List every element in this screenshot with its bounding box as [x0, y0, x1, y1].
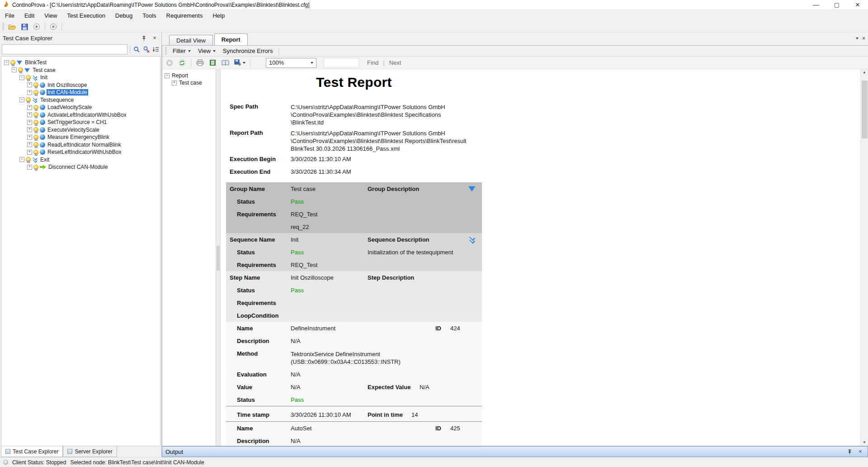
page-setup-button[interactable]: [220, 58, 230, 68]
client-status-text: Client Status: Stopped: [12, 459, 66, 466]
tree-item-exit[interactable]: Exit: [1, 156, 160, 164]
refresh-button[interactable]: [177, 58, 187, 68]
tab-report[interactable]: Report: [214, 33, 248, 45]
expand-icon[interactable]: [27, 165, 32, 170]
expand-icon[interactable]: [27, 90, 32, 95]
step-icon: [40, 142, 45, 148]
tree-item-disconnect-can-module[interactable]: Disconnect CAN-Module: [1, 163, 160, 171]
bulb-icon: [33, 135, 38, 140]
bulb-icon: [26, 75, 31, 80]
expand-icon[interactable]: [27, 150, 32, 155]
report-tree-root[interactable]: Report: [165, 72, 216, 79]
expand-icon[interactable]: [27, 120, 32, 125]
zoom-select[interactable]: 100%: [266, 58, 316, 68]
tree-item-executevelocityscale[interactable]: ExecuteVelocityScale: [1, 126, 160, 134]
expand-icon[interactable]: [27, 135, 32, 140]
tree-item-testsequence[interactable]: Testsequence: [1, 96, 160, 104]
tree-item-blinktest[interactable]: BlinkTest: [1, 59, 160, 67]
action-status-row: Status Pass: [226, 393, 482, 406]
menu-bar: File Edit View Test Execution Debug Tool…: [0, 10, 868, 21]
expand-icon[interactable]: [27, 82, 32, 87]
bulb-icon: [33, 82, 38, 87]
close-panel-icon[interactable]: ×: [151, 34, 159, 42]
scroll-up-icon[interactable]: ▲: [863, 70, 866, 75]
action-method-row: Method TektronixService DefineInstrument…: [226, 347, 482, 368]
close-output-icon[interactable]: ×: [856, 448, 864, 456]
menu-debug[interactable]: Debug: [110, 10, 137, 21]
next-button[interactable]: Next: [389, 59, 401, 66]
save-button[interactable]: [19, 22, 29, 32]
tree-search-input[interactable]: [2, 44, 127, 54]
exit-step-icon: [40, 164, 46, 170]
tree-item-readleftindicator[interactable]: ReadLeftIndicator NormalBlink: [1, 141, 160, 149]
report-filter-bar: Filter View Synchronize Errors: [162, 46, 868, 57]
collapse-icon[interactable]: [19, 75, 24, 80]
menu-tools[interactable]: Tools: [137, 10, 161, 21]
expand-icon[interactable]: [27, 112, 32, 117]
tree-item-init-oszilloscope[interactable]: Init Oszilloscope: [1, 81, 160, 89]
menu-file[interactable]: File: [0, 10, 19, 21]
stop-button[interactable]: [48, 22, 58, 32]
maximize-button[interactable]: ▢: [826, 0, 847, 10]
tree-item-measure-emergencyblink[interactable]: Measure EmergencyBlink: [1, 133, 160, 141]
collapse-icon[interactable]: [4, 60, 9, 65]
report-document: Test Report Spec Path C:\Users\stritz\Ap…: [221, 69, 860, 446]
menu-edit[interactable]: Edit: [19, 10, 39, 21]
bulb-icon: [33, 165, 38, 170]
minimize-button[interactable]: —: [806, 0, 826, 10]
output-panel-header[interactable]: Output ×: [162, 446, 868, 457]
clear-search-icon[interactable]: [142, 45, 150, 53]
synchronize-errors-button[interactable]: Synchronize Errors: [221, 48, 275, 54]
search-icon[interactable]: [132, 45, 141, 53]
vertical-scrollbar[interactable]: ▲ ▼: [860, 69, 868, 446]
menu-requirements[interactable]: Requirements: [161, 10, 208, 21]
export-button[interactable]: [233, 58, 246, 68]
collapse-all-icon[interactable]: [151, 45, 160, 53]
expand-icon[interactable]: [172, 81, 177, 86]
open-file-button[interactable]: [7, 22, 17, 32]
bulb-icon: [18, 67, 23, 72]
tree-item-init-can-module[interactable]: Init CAN-Module: [1, 89, 160, 96]
step-section: Step Name Init Oszilloscope Step Descrip…: [226, 271, 482, 322]
filter-menu[interactable]: Filter: [170, 48, 193, 54]
expand-icon[interactable]: [27, 142, 32, 147]
report-tree-test-case[interactable]: Test case: [165, 79, 216, 86]
tree-item-loadvelocityscale[interactable]: LoadVelocityScale: [1, 104, 160, 111]
expand-icon[interactable]: [27, 105, 32, 110]
tree-item-init[interactable]: Init: [1, 74, 160, 81]
find-input[interactable]: [324, 58, 359, 68]
scroll-down-icon[interactable]: ▼: [863, 440, 866, 445]
scrollbar-thumb[interactable]: [862, 81, 868, 138]
find-button[interactable]: Find: [367, 59, 378, 66]
report-splitter[interactable]: [216, 69, 221, 446]
menu-view[interactable]: View: [39, 10, 62, 21]
view-menu[interactable]: View: [196, 48, 218, 54]
toolbar-separator: [191, 59, 191, 67]
collapse-icon[interactable]: [19, 97, 24, 102]
print-layout-button[interactable]: [208, 58, 217, 68]
tree-item-settriggersource[interactable]: SetTriggerSource = CH1: [1, 119, 160, 126]
menu-test-execution[interactable]: Test Execution: [62, 10, 110, 21]
step-requirements-row: Requirements: [226, 296, 482, 309]
collapse-icon[interactable]: [165, 73, 170, 78]
collapse-icon[interactable]: [19, 157, 24, 162]
tab-test-case-explorer[interactable]: Test Case Explorer: [1, 446, 63, 457]
cancel-render-button[interactable]: [165, 58, 175, 68]
tree-item-test-case[interactable]: Test case: [1, 67, 160, 74]
print-button[interactable]: [195, 58, 205, 68]
collapse-icon[interactable]: [12, 67, 17, 72]
pin-icon[interactable]: [140, 34, 148, 42]
close-document-icon[interactable]: ×: [862, 36, 865, 41]
tree-item-resetleftindicator[interactable]: ResetLeftIndicatorWithUsbBox: [1, 148, 160, 156]
menu-help[interactable]: Help: [208, 10, 230, 21]
sequence-name-row: Sequence Name Init Sequence Description: [226, 233, 482, 246]
sequence-icon: [32, 97, 38, 103]
close-button[interactable]: ✕: [847, 0, 868, 10]
run-button[interactable]: [32, 22, 42, 32]
pin-icon[interactable]: [845, 448, 854, 456]
tree-item-activateleftindicator[interactable]: ActivateLeftIndicatorWithUsbBox: [1, 111, 160, 119]
tab-list-chevron-icon[interactable]: [856, 38, 859, 39]
expand-icon[interactable]: [27, 127, 32, 132]
tab-detail-view[interactable]: Detail View: [169, 35, 213, 45]
tab-server-explorer[interactable]: Server Explorer: [63, 446, 117, 457]
